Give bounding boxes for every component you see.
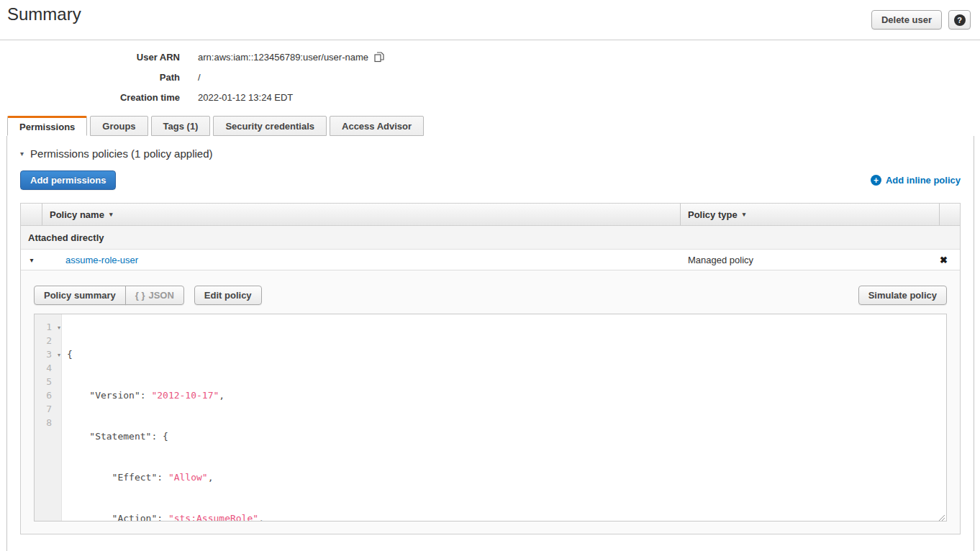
page-title: Summary (7, 4, 81, 24)
policy-detail-panel: Policy summary { } JSON Edit policy Simu… (21, 270, 960, 534)
sort-arrow-icon: ▾ (109, 211, 113, 218)
policy-name-link[interactable]: assume-role-user (65, 255, 138, 265)
header-actions: Delete user ? (871, 10, 971, 29)
policy-name-header-label: Policy name (50, 209, 104, 220)
table-row-assume-role-user: ▾ assume-role-user Managed policy ✖ (21, 250, 960, 270)
policy-type-value: Managed policy (681, 255, 940, 265)
row-expander-icon[interactable]: ▾ (21, 256, 42, 264)
column-header-policy-type[interactable]: Policy type ▾ (681, 204, 940, 225)
code-line: "Effect": "Allow", (67, 470, 946, 484)
sort-arrow-icon: ▾ (743, 211, 746, 218)
creation-time-value: 2022-01-12 13:24 EDT (198, 92, 293, 103)
simulate-policy-button[interactable]: Simulate policy (858, 286, 947, 305)
permissions-policies-title: Permissions policies (1 policy applied) (30, 147, 212, 160)
detail-row-user-arn: User ARN arn:aws:iam::123456789:user/use… (0, 47, 980, 67)
policy-json-editor[interactable]: 1▾ 2 3▾ 4 5 6 7 8 { "Version": "2012-10-… (34, 314, 947, 522)
column-header-policy-name[interactable]: Policy name ▾ (42, 204, 681, 225)
table-header-row: Policy name ▾ Policy type ▾ (21, 204, 960, 226)
tab-permissions[interactable]: Permissions (7, 116, 87, 136)
policy-view-toolbar: Policy summary { } JSON Edit policy Simu… (34, 286, 947, 305)
path-value: / (198, 72, 201, 83)
policy-summary-button[interactable]: Policy summary (34, 286, 126, 305)
line-number: 6 (46, 390, 52, 401)
json-view-button[interactable]: { } JSON (125, 286, 184, 305)
user-arn-label: User ARN (0, 52, 180, 63)
plus-circle-icon: + (871, 175, 881, 186)
page-header: Summary Delete user ? (0, 0, 980, 40)
add-permissions-button[interactable]: Add permissions (20, 170, 116, 190)
delete-user-button[interactable]: Delete user (871, 10, 942, 29)
chevron-down-icon: ▾ (20, 150, 24, 158)
user-details: User ARN arn:aws:iam::123456789:user/use… (0, 40, 980, 107)
tab-security-credentials[interactable]: Security credentials (213, 116, 327, 136)
line-number: 1 (46, 322, 52, 332)
line-number: 8 (46, 417, 52, 428)
code-line: "Version": "2012-10-17", (67, 388, 946, 402)
policy-table: Policy name ▾ Policy type ▾ Attached dir… (20, 203, 961, 534)
policy-type-header-label: Policy type (688, 209, 738, 220)
line-number: 5 (46, 376, 52, 387)
tab-tags[interactable]: Tags (1) (151, 116, 211, 136)
code-line: { (67, 347, 946, 361)
permissions-toolbar: Add permissions + Add inline policy (20, 170, 961, 190)
line-number: 3 (46, 349, 52, 360)
copy-icon[interactable] (373, 51, 385, 63)
detach-policy-icon[interactable]: ✖ (940, 255, 960, 265)
code-line: "Action": "sts:AssumeRole", (67, 511, 946, 521)
permissions-policies-toggle[interactable]: ▾ Permissions policies (1 policy applied… (20, 136, 961, 160)
line-number: 4 (46, 363, 52, 373)
editor-gutter: 1▾ 2 3▾ 4 5 6 7 8 (35, 314, 62, 521)
add-inline-policy-label: Add inline policy (886, 175, 961, 186)
actions-column-header (940, 204, 960, 225)
tab-groups[interactable]: Groups (90, 116, 148, 136)
question-mark-icon: ? (954, 14, 966, 26)
policy-view-switcher: Policy summary { } JSON (34, 286, 184, 305)
json-button-label: JSON (148, 290, 173, 301)
path-label: Path (0, 72, 180, 83)
line-number: 2 (46, 335, 52, 346)
detail-row-path: Path / (0, 67, 980, 87)
fold-arrow-icon[interactable]: ▾ (58, 321, 60, 334)
resize-handle[interactable] (937, 511, 945, 520)
braces-icon: { } (135, 290, 145, 301)
tab-bar: Permissions Groups Tags (1) Security cre… (0, 116, 980, 136)
edit-policy-button[interactable]: Edit policy (194, 286, 262, 305)
fold-arrow-icon[interactable]: ▾ (58, 348, 60, 362)
group-row-label: Attached directly (28, 232, 104, 243)
permissions-tab-panel: ▾ Permissions policies (1 policy applied… (6, 136, 974, 551)
add-inline-policy-link[interactable]: + Add inline policy (871, 175, 961, 186)
code-line: "Statement": { (67, 429, 946, 443)
line-number: 7 (46, 404, 52, 414)
creation-time-label: Creation time (0, 92, 180, 103)
group-row-attached-directly: Attached directly (21, 226, 960, 250)
help-button[interactable]: ? (948, 10, 971, 29)
editor-code-area[interactable]: { "Version": "2012-10-17", "Statement": … (62, 314, 946, 521)
tab-access-advisor[interactable]: Access Advisor (330, 116, 424, 136)
expander-column-header (21, 204, 42, 225)
user-arn-value: arn:aws:iam::123456789:user/user-name (198, 52, 368, 63)
detail-row-creation-time: Creation time 2022-01-12 13:24 EDT (0, 87, 980, 107)
